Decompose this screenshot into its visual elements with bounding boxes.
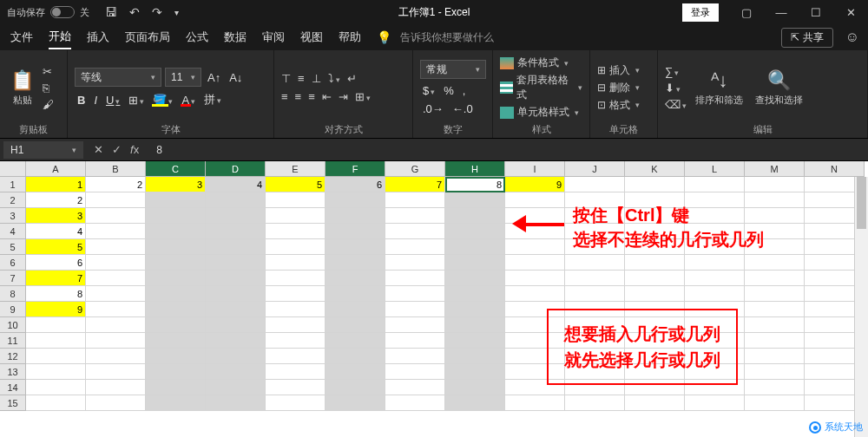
- cell-M13[interactable]: [745, 364, 805, 380]
- cell-J9[interactable]: [565, 302, 625, 317]
- merge-icon[interactable]: ⊞▾: [355, 90, 371, 103]
- cell-L10[interactable]: [685, 317, 745, 333]
- cell-C4[interactable]: [146, 224, 206, 239]
- cell-G1[interactable]: 7: [385, 177, 445, 192]
- cell-I7[interactable]: [505, 271, 565, 286]
- cell-E15[interactable]: [266, 395, 326, 411]
- cell-M2[interactable]: [745, 192, 805, 208]
- cell-E12[interactable]: [266, 349, 326, 364]
- row-header-1[interactable]: 1: [0, 177, 26, 192]
- wrap-text-icon[interactable]: ↵: [347, 72, 357, 85]
- cell-K4[interactable]: [625, 224, 685, 239]
- login-button[interactable]: 登录: [682, 3, 719, 22]
- cell-G5[interactable]: [385, 239, 445, 255]
- cell-K15[interactable]: [625, 395, 685, 411]
- cell-C5[interactable]: [146, 239, 206, 255]
- align-bottom-icon[interactable]: ⊥: [312, 72, 321, 85]
- cell-J12[interactable]: [565, 349, 625, 364]
- cell-K7[interactable]: [625, 271, 685, 286]
- cell-J6[interactable]: [565, 255, 625, 271]
- minimize-icon[interactable]: —: [764, 0, 799, 24]
- cell-M7[interactable]: [745, 271, 805, 286]
- cell-D14[interactable]: [206, 380, 266, 395]
- cell-H1[interactable]: 8: [445, 177, 505, 192]
- cell-A3[interactable]: 3: [26, 208, 86, 224]
- cell-A10[interactable]: [26, 317, 86, 333]
- orientation-icon[interactable]: ⤵▾: [328, 72, 340, 85]
- cell-F11[interactable]: [326, 333, 385, 349]
- align-center-icon[interactable]: ≡: [295, 90, 302, 103]
- cell-D3[interactable]: [206, 208, 266, 224]
- cell-H6[interactable]: [445, 255, 505, 271]
- cell-D5[interactable]: [206, 239, 266, 255]
- percent-icon[interactable]: %: [441, 84, 457, 97]
- comma-icon[interactable]: ,: [460, 84, 469, 97]
- align-right-icon[interactable]: ≡: [308, 90, 315, 103]
- cell-E10[interactable]: [266, 317, 326, 333]
- cell-K2[interactable]: [625, 192, 685, 208]
- delete-cells-button[interactable]: ⊟删除▾: [597, 81, 640, 95]
- cell-G6[interactable]: [385, 255, 445, 271]
- cell-H3[interactable]: [445, 208, 505, 224]
- cell-H8[interactable]: [445, 286, 505, 302]
- currency-icon[interactable]: $▾: [420, 84, 437, 97]
- cell-M4[interactable]: [745, 224, 805, 239]
- cell-A2[interactable]: 2: [26, 192, 86, 208]
- cell-I13[interactable]: [505, 364, 565, 380]
- fill-color-button[interactable]: 🪣▾: [150, 94, 175, 107]
- cell-K1[interactable]: [625, 177, 685, 192]
- cell-J14[interactable]: [565, 380, 625, 395]
- cell-A14[interactable]: [26, 380, 86, 395]
- cell-D9[interactable]: [206, 302, 266, 317]
- col-header-M[interactable]: M: [745, 161, 805, 177]
- cell-B13[interactable]: [86, 364, 146, 380]
- cell-J7[interactable]: [565, 271, 625, 286]
- close-icon[interactable]: ✕: [833, 0, 868, 24]
- cell-C8[interactable]: [146, 286, 206, 302]
- col-header-D[interactable]: D: [206, 161, 266, 177]
- tab-6[interactable]: 审阅: [262, 26, 285, 49]
- cell-L12[interactable]: [685, 349, 745, 364]
- cell-G4[interactable]: [385, 224, 445, 239]
- border-button[interactable]: ⊞▾: [126, 94, 147, 107]
- cell-C13[interactable]: [146, 364, 206, 380]
- cell-J8[interactable]: [565, 286, 625, 302]
- cell-L4[interactable]: [685, 224, 745, 239]
- paste-button[interactable]: 📋 粘贴: [7, 68, 37, 108]
- find-select-button[interactable]: 🔍查找和选择: [752, 68, 806, 108]
- cell-C12[interactable]: [146, 349, 206, 364]
- cell-F15[interactable]: [326, 395, 385, 411]
- cell-G8[interactable]: [385, 286, 445, 302]
- col-header-L[interactable]: L: [685, 161, 745, 177]
- cell-E11[interactable]: [266, 333, 326, 349]
- cell-M10[interactable]: [745, 317, 805, 333]
- cell-E2[interactable]: [266, 192, 326, 208]
- cell-L9[interactable]: [685, 302, 745, 317]
- row-header-13[interactable]: 13: [0, 364, 26, 380]
- row-header-4[interactable]: 4: [0, 224, 26, 239]
- cell-M12[interactable]: [745, 349, 805, 364]
- cell-B7[interactable]: [86, 271, 146, 286]
- cell-D6[interactable]: [206, 255, 266, 271]
- cell-M6[interactable]: [745, 255, 805, 271]
- cell-K13[interactable]: [625, 364, 685, 380]
- cell-I12[interactable]: [505, 349, 565, 364]
- format-painter-icon[interactable]: 🖌: [43, 98, 54, 111]
- cell-H13[interactable]: [445, 364, 505, 380]
- cell-A15[interactable]: [26, 395, 86, 411]
- cell-M11[interactable]: [745, 333, 805, 349]
- tellme-icon[interactable]: 💡: [377, 30, 391, 44]
- cell-M8[interactable]: [745, 286, 805, 302]
- clear-icon[interactable]: ⌫▾: [665, 98, 687, 111]
- tab-1[interactable]: 开始: [49, 25, 71, 49]
- cell-K3[interactable]: [625, 208, 685, 224]
- cell-H4[interactable]: [445, 224, 505, 239]
- cell-B10[interactable]: [86, 317, 146, 333]
- cell-L6[interactable]: [685, 255, 745, 271]
- tab-7[interactable]: 视图: [300, 26, 323, 49]
- cell-E9[interactable]: [266, 302, 326, 317]
- cell-B8[interactable]: [86, 286, 146, 302]
- tellme-input[interactable]: 告诉我你想要做什么: [400, 30, 494, 45]
- align-top-icon[interactable]: ⊤: [281, 72, 291, 85]
- cell-F12[interactable]: [326, 349, 385, 364]
